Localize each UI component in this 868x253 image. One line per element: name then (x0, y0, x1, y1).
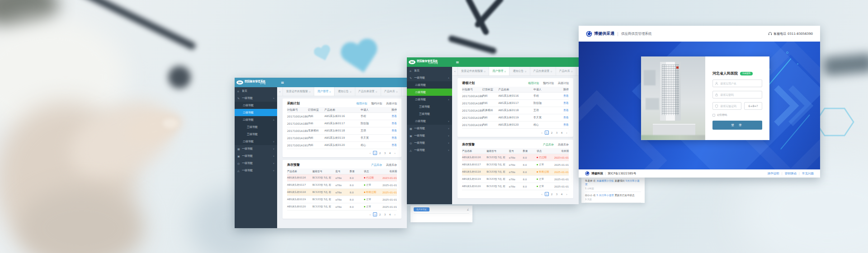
footer-link[interactable]: 常见问题 (797, 172, 814, 176)
sidebar-item[interactable]: 二级导航 ∨ (407, 117, 452, 125)
view-link[interactable]: 查看 (387, 122, 397, 126)
page-button[interactable]: 2 (550, 192, 554, 196)
page-button[interactable]: ‹ (368, 151, 372, 155)
view-link[interactable]: 查看 (387, 143, 397, 147)
tab[interactable]: 用户管理 ⊙ (489, 67, 509, 75)
tab-close-icon[interactable]: ⊙ (309, 90, 311, 93)
sidebar-item[interactable]: 二级导航 (407, 89, 452, 96)
page-button[interactable]: 3 (555, 192, 559, 196)
tab-close-icon[interactable]: ⊙ (571, 70, 573, 73)
tab-close-icon[interactable]: ⊙ (376, 90, 377, 93)
page-button[interactable]: 1 (545, 131, 549, 135)
tab[interactable]: 通知公告 ⊙ (509, 67, 530, 75)
tab-close-icon[interactable]: ⊙ (329, 90, 331, 93)
sidebar-item[interactable]: ◎ 一级导航 ∨ (235, 159, 277, 167)
menu-toggle-icon[interactable]: ≡ (277, 78, 284, 87)
sidebar-item[interactable]: ▣ 一级导航 ∨ (235, 152, 277, 159)
tab-close-icon[interactable]: ⊙ (396, 90, 398, 93)
sidebar-item[interactable]: 二级导航 ∧ (235, 116, 277, 123)
tab[interactable]: 产品出库 ⊙ (381, 87, 401, 96)
tab-close-icon[interactable]: ⊙ (349, 90, 351, 93)
username-field[interactable] (712, 80, 762, 87)
view-link[interactable]: 查看 (559, 123, 569, 127)
stock-type-link[interactable]: 高值库存 (386, 163, 397, 167)
page-button[interactable]: 1 (373, 212, 377, 216)
footer-link[interactable]: 操作说明 (768, 172, 779, 176)
view-link[interactable]: 查看 (387, 114, 397, 118)
sidebar-item[interactable]: ◬ 一级导航 ∨ (407, 146, 452, 154)
sidebar-item[interactable]: 二级导航 ∨ (235, 138, 277, 145)
footer-link[interactable]: 密钥驱动 (779, 172, 797, 176)
tab[interactable]: 产品分类设置 ⊙ (530, 67, 556, 75)
page-button[interactable]: 4 (560, 131, 564, 135)
view-link[interactable]: 查看 (559, 116, 569, 120)
sidebar-item[interactable]: ▦ 一级导航 ∨ (235, 145, 277, 152)
page-button[interactable]: ‹ (540, 192, 544, 196)
tab-close-icon[interactable]: ⊙ (484, 70, 486, 73)
sidebar-item[interactable]: 三级导航 (235, 123, 277, 131)
sidebar-item[interactable]: ▦ 一级导航 ∨ (407, 125, 452, 132)
captcha-question[interactable]: 6+8=? (744, 102, 762, 110)
tab[interactable]: 产品分类设置 ⊙ (355, 87, 381, 96)
collapse-tabs-icon[interactable]: « (452, 67, 458, 75)
sidebar-item[interactable]: ◎ 一级导航 ∨ (407, 139, 452, 146)
sidebar-item[interactable]: ▣ 一级导航 ∨ (407, 132, 452, 139)
page-button[interactable]: 3 (555, 131, 559, 135)
tab[interactable]: 资质证件效期预警 ⊙ (458, 67, 489, 75)
view-link[interactable]: 查看 (559, 94, 569, 98)
stock-type-link[interactable]: 高值库存 (558, 143, 569, 147)
page-button[interactable]: 1 (545, 192, 549, 196)
sidebar-item[interactable]: 三级导航 (235, 131, 277, 138)
page-button[interactable]: 2 (378, 212, 382, 216)
password-input[interactable] (713, 93, 762, 96)
password-field[interactable] (712, 91, 762, 98)
sidebar-item[interactable]: ⌂ 首页 (407, 67, 452, 74)
page-button[interactable]: 3 (383, 212, 387, 216)
view-link[interactable]: 查看 (559, 108, 569, 112)
page-button[interactable]: 3 (383, 151, 387, 155)
plan-type-link[interactable]: 预约计划 (543, 81, 554, 85)
tab-close-icon[interactable]: ⊙ (551, 70, 552, 73)
page-button[interactable]: › (565, 192, 569, 196)
page-button[interactable]: 4 (388, 151, 392, 155)
stock-type-link[interactable]: 产品库存 (543, 143, 554, 147)
tab[interactable]: 产品出库 ⊙ (556, 67, 576, 75)
tab-close-icon[interactable]: ⊙ (524, 70, 526, 73)
page-button[interactable]: 2 (550, 131, 554, 135)
tab[interactable]: 资质证件效期预警 ⊙ (283, 87, 314, 96)
switch-hospital-badge[interactable]: 切换医院 (740, 72, 753, 75)
view-link[interactable]: 查看 (387, 136, 397, 140)
sidebar-item[interactable]: ✎ 一级导航 ∧ (407, 74, 452, 81)
view-link[interactable]: 查看 (387, 129, 397, 133)
plan-type-link[interactable]: 高值计划 (558, 81, 569, 85)
login-button[interactable]: 登 录 (712, 121, 762, 130)
sidebar-item[interactable]: ✎ 一级导航 ∧ (235, 94, 277, 102)
stock-type-link[interactable]: 产品库存 (371, 163, 382, 167)
page-button[interactable]: 1 (373, 151, 377, 155)
page-button[interactable]: › (393, 212, 397, 216)
plan-type-link[interactable]: 领用计划 (528, 81, 539, 85)
sidebar-item[interactable]: 二级导航 (407, 81, 452, 89)
page-button[interactable]: 4 (560, 192, 564, 196)
sidebar-item[interactable]: ◬ 一级导航 ∨ (235, 167, 277, 174)
production-license-button[interactable]: 生产许可证 (414, 207, 429, 211)
collapse-tabs-icon[interactable]: « (277, 87, 283, 96)
username-input[interactable] (713, 82, 762, 85)
tab[interactable]: 用户管理 ⊙ (314, 87, 335, 96)
tab-close-icon[interactable]: ⊙ (504, 70, 506, 73)
page-button[interactable]: ‹ (368, 212, 372, 216)
remember-checkbox[interactable] (712, 114, 715, 117)
plan-type-link[interactable]: 领用计划 (356, 102, 367, 106)
sidebar-item[interactable]: 三级导航 (407, 110, 452, 117)
sidebar-item[interactable]: 三级导航 (407, 103, 452, 110)
feed-link[interactable]: 风暴精英小分队 (597, 179, 614, 182)
tab[interactable]: 通知公告 ⊙ (335, 87, 355, 96)
page-button[interactable]: ‹ (540, 131, 544, 135)
sidebar-item[interactable]: 二级导航 (235, 109, 277, 116)
sidebar-item[interactable]: 二级导航 (235, 102, 277, 109)
plan-type-link[interactable]: 预约计划 (371, 102, 382, 106)
view-link[interactable]: 查看 (559, 101, 569, 105)
captcha-field[interactable] (712, 102, 741, 110)
sidebar-item[interactable]: ⌂ 首页 (235, 87, 277, 94)
plan-type-link[interactable]: 高值计划 (386, 102, 397, 106)
